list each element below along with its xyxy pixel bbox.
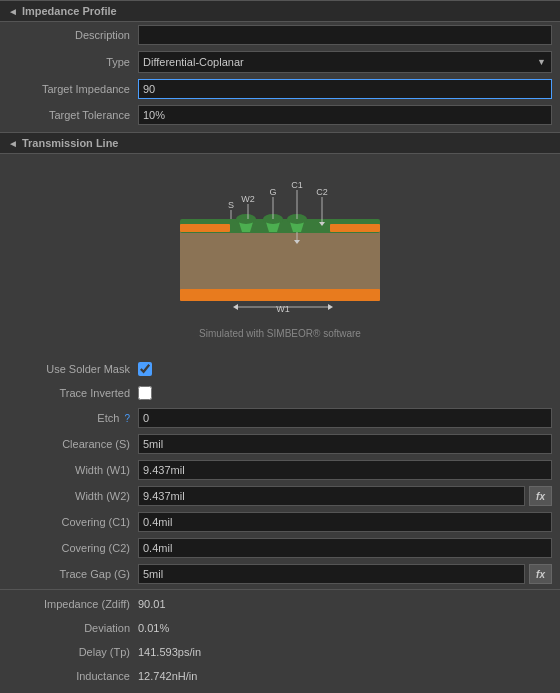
clearance-row: Clearance (S)	[0, 431, 560, 457]
svg-text:W1: W1	[276, 304, 290, 314]
impedance-zdiff-label: Impedance (Zdiff)	[8, 598, 138, 610]
inductance-label: Inductance	[8, 670, 138, 682]
trace-gap-row: Trace Gap (G) fx	[0, 561, 560, 587]
use-solder-mask-row: Use Solder Mask	[0, 357, 560, 381]
svg-text:W2: W2	[241, 194, 255, 204]
width-w1-label: Width (W1)	[8, 464, 138, 476]
svg-text:S: S	[228, 200, 234, 210]
delay-label: Delay (Tp)	[8, 646, 138, 658]
covering-c1-control	[138, 512, 552, 532]
width-w1-input[interactable]	[138, 460, 552, 480]
target-impedance-label: Target Impedance	[8, 83, 138, 95]
width-w2-fx-button[interactable]: fx	[529, 486, 552, 506]
width-w2-control: fx	[138, 486, 552, 506]
svg-rect-9	[180, 224, 230, 232]
use-solder-mask-label: Use Solder Mask	[8, 363, 138, 375]
divider-1	[0, 589, 560, 590]
trace-gap-input[interactable]	[138, 564, 525, 584]
type-control: Differential-Coplanar Single-Ended Copla…	[138, 51, 552, 73]
type-label: Type	[8, 56, 138, 68]
svg-marker-26	[233, 304, 238, 310]
type-select-wrapper: Differential-Coplanar Single-Ended Copla…	[138, 51, 552, 73]
type-row: Type Differential-Coplanar Single-Ended …	[0, 48, 560, 76]
target-impedance-control	[138, 79, 552, 99]
deviation-row: Deviation 0.01%	[0, 616, 560, 640]
impedance-row: Impedance (Zdiff) 90.01	[0, 592, 560, 616]
trace-gap-control: fx	[138, 564, 552, 584]
delay-value: 141.593ps/in	[138, 646, 201, 658]
etch-label: Etch ?	[8, 412, 138, 424]
target-tolerance-label: Target Tolerance	[8, 109, 138, 121]
svg-rect-0	[180, 229, 380, 294]
target-impedance-input[interactable]	[138, 79, 552, 99]
etch-input[interactable]	[138, 408, 552, 428]
collapse-arrow-2-icon: ◄	[8, 138, 18, 149]
impedance-profile-title: Impedance Profile	[22, 5, 117, 17]
description-input[interactable]	[138, 25, 552, 45]
svg-rect-10	[330, 224, 380, 232]
covering-c1-row: Covering (C1)	[0, 509, 560, 535]
width-w2-input[interactable]	[138, 486, 525, 506]
width-w2-input-group: fx	[138, 486, 552, 506]
transmission-line-diagram: S W2 G C1 C2 W1	[170, 164, 390, 324]
capacitance-row: Capacitance 1.573pF/in	[0, 688, 560, 693]
impedance-zdiff-control: 90.01	[138, 598, 552, 610]
etch-row: Etch ?	[0, 405, 560, 431]
etch-help-icon[interactable]: ?	[124, 413, 130, 424]
deviation-value: 0.01%	[138, 622, 169, 634]
target-tolerance-row: Target Tolerance	[0, 102, 560, 128]
clearance-label: Clearance (S)	[8, 438, 138, 450]
transmission-line-header[interactable]: ◄ Transmission Line	[0, 132, 560, 154]
type-select[interactable]: Differential-Coplanar Single-Ended Copla…	[138, 51, 552, 73]
covering-c1-input[interactable]	[138, 512, 552, 532]
inductance-control: 12.742nH/in	[138, 670, 552, 682]
svg-rect-1	[180, 289, 380, 301]
diagram-container: S W2 G C1 C2 W1 Simulated with	[0, 154, 560, 357]
trace-inverted-row: Trace Inverted	[0, 381, 560, 405]
covering-c2-row: Covering (C2)	[0, 535, 560, 561]
etch-control	[138, 408, 552, 428]
deviation-control: 0.01%	[138, 622, 552, 634]
description-control	[138, 25, 552, 45]
covering-c2-input[interactable]	[138, 538, 552, 558]
trace-gap-fx-button[interactable]: fx	[529, 564, 552, 584]
covering-c2-label: Covering (C2)	[8, 542, 138, 554]
width-w2-row: Width (W2) fx	[0, 483, 560, 509]
covering-c2-control	[138, 538, 552, 558]
clearance-input[interactable]	[138, 434, 552, 454]
transmission-line-title: Transmission Line	[22, 137, 119, 149]
inductance-value: 12.742nH/in	[138, 670, 197, 682]
width-w1-control	[138, 460, 552, 480]
svg-point-6	[236, 214, 256, 224]
use-solder-mask-checkbox[interactable]	[138, 362, 152, 376]
trace-inverted-checkbox[interactable]	[138, 386, 152, 400]
inductance-row: Inductance 12.742nH/in	[0, 664, 560, 688]
svg-text:C2: C2	[316, 187, 328, 197]
trace-inverted-control	[138, 386, 552, 400]
impedance-profile-header[interactable]: ◄ Impedance Profile	[0, 0, 560, 22]
target-tolerance-control	[138, 105, 552, 125]
width-w2-label: Width (W2)	[8, 490, 138, 502]
delay-control: 141.593ps/in	[138, 646, 552, 658]
trace-gap-input-group: fx	[138, 564, 552, 584]
svg-text:C1: C1	[291, 180, 303, 190]
delay-row: Delay (Tp) 141.593ps/in	[0, 640, 560, 664]
target-impedance-row: Target Impedance	[0, 76, 560, 102]
covering-c1-label: Covering (C1)	[8, 516, 138, 528]
width-w1-row: Width (W1)	[0, 457, 560, 483]
use-solder-mask-control	[138, 362, 552, 376]
svg-text:G: G	[269, 187, 276, 197]
svg-marker-27	[328, 304, 333, 310]
impedance-zdiff-value: 90.01	[138, 598, 166, 610]
clearance-control	[138, 434, 552, 454]
deviation-label: Deviation	[8, 622, 138, 634]
collapse-arrow-icon: ◄	[8, 6, 18, 17]
description-row: Description	[0, 22, 560, 48]
trace-gap-label: Trace Gap (G)	[8, 568, 138, 580]
trace-inverted-label: Trace Inverted	[8, 387, 138, 399]
simbeor-label: Simulated with SIMBEOR® software	[179, 324, 381, 347]
description-label: Description	[8, 29, 138, 41]
target-tolerance-input[interactable]	[138, 105, 552, 125]
